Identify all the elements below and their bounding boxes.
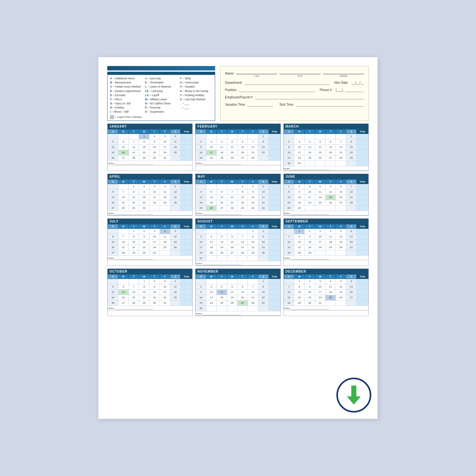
download-overlay[interactable] [336, 378, 371, 413]
cal-cell: 8 [258, 139, 268, 144]
cal-cell: 19 [227, 150, 237, 155]
cal-cell: 11 [325, 234, 336, 239]
cal-cell: 25 [196, 205, 206, 211]
cal-cell: 24 [160, 295, 170, 300]
cal-cell: 28 [118, 205, 129, 211]
cal-cell: 20 [216, 200, 227, 205]
cal-cell: 5 [216, 234, 227, 239]
cal-cell: 30 [305, 250, 315, 255]
download-circle[interactable] [336, 378, 371, 413]
cal-cell [346, 161, 357, 166]
cal-cell: 8 [258, 284, 268, 289]
cal-cell: 18 [315, 195, 325, 200]
cal-cell: 18 [325, 289, 336, 295]
cal-cell: 28 [248, 155, 258, 161]
cal-cell: 11 [160, 189, 170, 195]
cal-cell: 7 [284, 284, 294, 289]
cal-cell: 8 [294, 284, 305, 289]
cal-cell: 28 [237, 250, 248, 255]
cal-cell: 5 [170, 228, 181, 234]
notes-line: Notes ___________________________ [108, 212, 192, 215]
cal-cell [284, 279, 294, 284]
cal-cell [118, 279, 129, 284]
cal-cell: 7 [227, 189, 237, 195]
cal-cell [181, 284, 192, 289]
cal-cell [196, 279, 206, 284]
cal-cell [237, 228, 248, 234]
cal-cell: 2 [149, 279, 160, 284]
cal-cell: 2 [258, 228, 268, 234]
cal-cell [336, 300, 346, 306]
cal-cell: 16 [149, 289, 160, 295]
cal-cell [268, 300, 280, 306]
cal-cell: 1 [139, 134, 149, 139]
cal-cell: 10 [149, 189, 160, 195]
cal-cell: 25 [170, 295, 181, 300]
month-march: MARCHSMTWTFSTotal12345678910111213141516… [283, 123, 369, 171]
cal-cell: 27 [108, 205, 118, 211]
cal-cell: 16 [139, 239, 149, 245]
cal-cell: 3 [294, 139, 305, 144]
cal-cell [237, 134, 248, 139]
cal-cell: 30 [139, 250, 149, 255]
cal-cell [356, 239, 368, 245]
calendar-table: SMTWTFSTotal1234567891011121314151617181… [108, 179, 192, 211]
cal-cell: 28 [248, 300, 258, 306]
calendar-table: SMTWTFSTotal1234567891011121314151617181… [284, 129, 368, 166]
cal-cell [315, 205, 325, 211]
cal-cell: 29 [129, 250, 139, 255]
cal-cell: 22 [294, 295, 305, 300]
cal-cell: 11 [216, 144, 227, 150]
cal-cell: 13 [346, 284, 357, 289]
cal-cell: 1 [346, 134, 357, 139]
cal-cell [268, 134, 280, 139]
cal-cell [346, 205, 357, 211]
cal-cell [356, 150, 368, 155]
cal-cell: 17 [258, 195, 268, 200]
cal-cell: 28 [129, 300, 139, 306]
cal-cell: 27 [108, 250, 118, 255]
month-header-april: APRIL [108, 174, 192, 179]
cal-cell: 1 [258, 279, 268, 284]
cal-cell [181, 150, 192, 155]
cal-cell: 25 [160, 245, 170, 250]
cal-cell [325, 205, 336, 211]
cal-cell [108, 279, 118, 284]
cal-cell: 25 [325, 245, 336, 250]
cal-cell: 5 [108, 284, 118, 289]
cal-cell [258, 306, 268, 311]
cal-cell: 26 [325, 200, 336, 205]
cal-cell: 5 [206, 189, 217, 195]
cal-cell: 15 [139, 289, 149, 295]
cal-cell: 20 [237, 150, 248, 155]
cal-cell: 4 [325, 228, 336, 234]
month-header-august: AUGUST [195, 219, 280, 224]
cal-cell [216, 184, 227, 189]
top-section: A – Additional Hours B – Bereavement C –… [107, 66, 369, 121]
cal-cell [237, 279, 248, 284]
calendar-table: SMTWTFSTotal1234567891011121314151617181… [195, 224, 280, 261]
cal-cell [356, 250, 368, 255]
cal-cell: 9 [139, 189, 149, 195]
cal-cell [181, 134, 192, 139]
cal-cell: 14 [129, 289, 139, 295]
cal-cell [268, 295, 280, 300]
cal-cell [284, 228, 294, 234]
cal-cell: 17 [160, 289, 170, 295]
cal-cell: 20 [227, 245, 237, 250]
cal-cell [181, 195, 192, 200]
cal-cell [336, 134, 346, 139]
cal-cell [206, 228, 217, 234]
cal-cell: 24 [315, 295, 325, 300]
cal-cell [118, 134, 129, 139]
month-header-february: FEBRUARY [195, 124, 280, 129]
cal-cell: 10 [315, 284, 325, 289]
cal-cell [356, 205, 368, 211]
cal-cell [268, 279, 280, 284]
cal-cell: 5 [315, 139, 325, 144]
cal-cell [227, 255, 237, 261]
cal-cell [356, 161, 368, 166]
cal-cell: 1 [129, 228, 139, 234]
month-header-june: JUNE [284, 174, 368, 179]
cal-cell: 23 [305, 245, 315, 250]
